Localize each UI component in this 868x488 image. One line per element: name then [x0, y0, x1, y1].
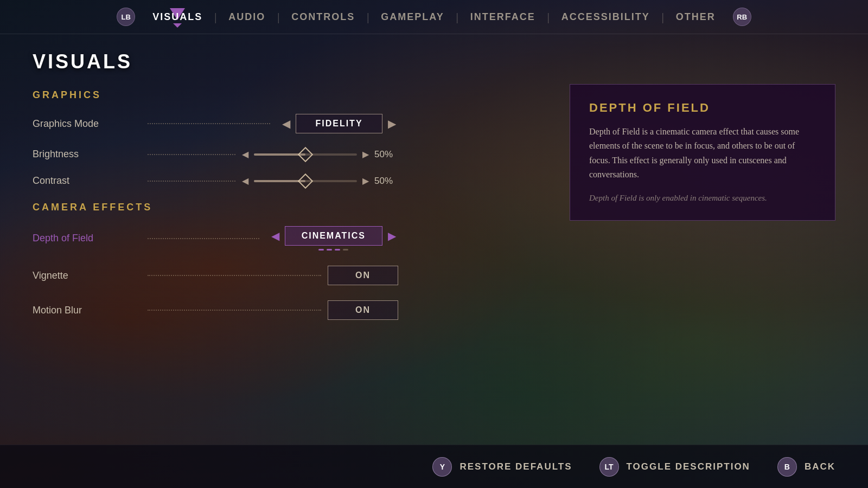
dof-indicator-dot-3 [335, 249, 340, 251]
description-italic-note: Depth of Field is only enabled in cinema… [589, 192, 816, 204]
brightness-value: 50% [374, 149, 401, 160]
brightness-track[interactable] [254, 153, 357, 156]
description-text: Depth of Field is a cinematic camera eff… [589, 125, 816, 182]
tab-visuals[interactable]: VISUALS [143, 8, 212, 26]
depth-of-field-row: Depth of Field ◀ CINEMATICS ▶ [33, 226, 401, 251]
contrast-thumb [298, 173, 313, 188]
settings-area: GRAPHICS Graphics Mode ◀ FIDELITY ▶ Brig… [0, 89, 434, 320]
vignette-label: Vignette [33, 270, 141, 281]
tab-accessibility[interactable]: ACCESSIBILITY [552, 8, 660, 26]
brightness-thumb [298, 146, 313, 162]
back-label: BACK [805, 461, 835, 472]
back-action[interactable]: B BACK [777, 457, 835, 477]
graphics-mode-selector: ◀ FIDELITY ▶ [277, 114, 401, 133]
tab-interface[interactable]: INTERFACE [461, 8, 545, 26]
top-nav: LB VISUALS | AUDIO | CONTROLS | GAMEPLAY… [0, 0, 868, 34]
depth-of-field-right-arrow[interactable]: ▶ [382, 227, 401, 245]
restore-defaults-action[interactable]: Y RESTORE DEFAULTS [432, 457, 572, 477]
graphics-mode-dots [148, 123, 270, 124]
contrast-slider: ◀ ▶ 50% [242, 176, 401, 187]
toggle-description-label: TOGGLE DESCRIPTION [627, 461, 750, 472]
nav-lb-button[interactable]: LB [117, 8, 135, 26]
camera-effects-section-header: CAMERA EFFECTS [33, 202, 401, 213]
nav-sep-4: | [454, 11, 461, 23]
tab-gameplay[interactable]: GAMEPLAY [371, 8, 454, 26]
contrast-label: Contrast [33, 175, 141, 187]
motion-blur-toggle: ON [328, 300, 398, 320]
contrast-dots [148, 181, 235, 182]
depth-of-field-dots [148, 238, 259, 239]
contrast-value: 50% [374, 176, 401, 187]
brightness-dots [148, 154, 235, 155]
vignette-value[interactable]: ON [328, 266, 398, 285]
contrast-row: Contrast ◀ ▶ 50% [33, 175, 401, 187]
nav-sep-2: | [275, 11, 282, 23]
graphics-mode-left-arrow[interactable]: ◀ [277, 115, 296, 132]
nav-sep-3: | [365, 11, 371, 23]
brightness-label: Brightness [33, 149, 141, 160]
motion-blur-label: Motion Blur [33, 305, 141, 316]
depth-of-field-left-arrow[interactable]: ◀ [266, 227, 285, 245]
brightness-row: Brightness ◀ ▶ 50% [33, 149, 401, 160]
graphics-mode-label: Graphics Mode [33, 118, 141, 130]
depth-of-field-value: CINEMATICS [285, 226, 382, 246]
graphics-mode-row: Graphics Mode ◀ FIDELITY ▶ [33, 114, 401, 133]
main-content: LB VISUALS | AUDIO | CONTROLS | GAMEPLAY… [0, 0, 868, 488]
depth-of-field-label: Depth of Field [33, 233, 141, 244]
motion-blur-dots [148, 310, 321, 311]
tab-controls[interactable]: CONTROLS [282, 8, 365, 26]
graphics-mode-right-arrow[interactable]: ▶ [382, 115, 401, 132]
back-button[interactable]: B [777, 457, 797, 477]
nav-sep-6: | [660, 11, 666, 23]
restore-defaults-label: RESTORE DEFAULTS [459, 461, 572, 472]
vignette-row: Vignette ON [33, 266, 401, 285]
dof-indicator-dot-2 [327, 249, 332, 251]
nav-visuals-wrapper: VISUALS [143, 8, 212, 26]
tab-other[interactable]: OTHER [666, 8, 725, 26]
depth-of-field-selector-wrapper: ◀ CINEMATICS ▶ [266, 226, 401, 251]
contrast-track[interactable] [254, 180, 357, 182]
motion-blur-row: Motion Blur ON [33, 300, 401, 320]
toggle-description-action[interactable]: LT TOGGLE DESCRIPTION [599, 457, 750, 477]
motion-blur-value[interactable]: ON [328, 300, 398, 320]
description-box: DEPTH OF FIELD Depth of Field is a cinem… [570, 84, 835, 221]
brightness-right-arrow[interactable]: ▶ [362, 149, 369, 159]
dof-indicator-dot-1 [318, 249, 324, 251]
restore-defaults-button[interactable]: Y [432, 457, 452, 477]
nav-sep-5: | [545, 11, 552, 23]
tab-audio[interactable]: AUDIO [219, 8, 275, 26]
depth-of-field-selector: ◀ CINEMATICS ▶ [266, 226, 401, 246]
vignette-dots [148, 275, 321, 276]
graphics-mode-value: FIDELITY [296, 114, 382, 133]
bottom-bar: Y RESTORE DEFAULTS LT TOGGLE DESCRIPTION… [0, 445, 868, 488]
brightness-slider: ◀ ▶ 50% [242, 149, 401, 160]
contrast-right-arrow[interactable]: ▶ [362, 176, 369, 186]
page-title: VISUALS [0, 34, 868, 84]
brightness-left-arrow[interactable]: ◀ [242, 149, 248, 159]
nav-sep-1: | [212, 11, 219, 23]
toggle-description-button[interactable]: LT [599, 457, 619, 477]
nav-rb-button[interactable]: RB [733, 8, 751, 26]
vignette-toggle: ON [328, 266, 398, 285]
graphics-section-header: GRAPHICS [33, 89, 401, 101]
dof-indicator-dot-4 [343, 249, 348, 251]
description-title: DEPTH OF FIELD [589, 101, 816, 115]
contrast-left-arrow[interactable]: ◀ [242, 176, 248, 186]
